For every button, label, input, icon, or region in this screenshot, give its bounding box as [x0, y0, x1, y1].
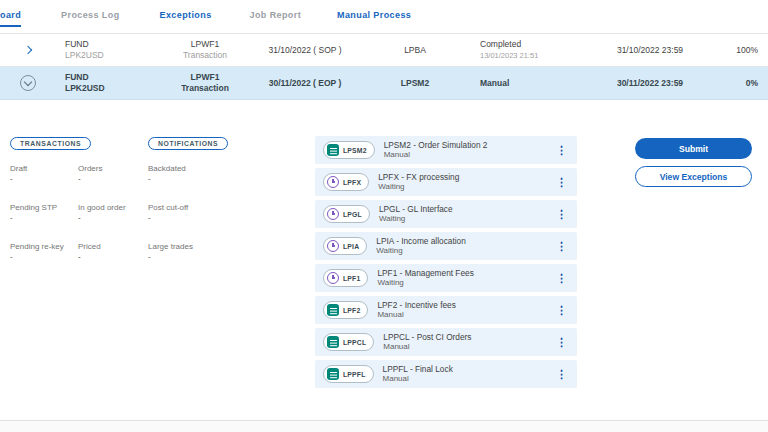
tab-process-log[interactable]: Process Log: [61, 1, 119, 27]
step-status: Manual: [384, 150, 554, 161]
table-row[interactable]: FUND LPK2USD LPWF1 Transaction 31/10/202…: [0, 34, 768, 67]
progress-percent: 100%: [736, 45, 758, 56]
status-text: Completed: [480, 39, 521, 50]
step-code: LPSM2: [343, 147, 367, 154]
deadline: 31/10/2022 23:59: [617, 45, 683, 56]
kebab-menu-icon[interactable]: ⋮: [554, 273, 569, 284]
step-title: LPIA - Income allocation: [376, 236, 554, 247]
step-code-badge: LPIA: [323, 237, 367, 255]
process-step-row[interactable]: LPFX LPFX - FX processing Waiting ⋮: [315, 168, 577, 196]
process-step-row[interactable]: LPSM2 LPSM2 - Order Simulation 2 Manual …: [315, 136, 577, 164]
process-step-row[interactable]: LPF2 LPF2 - Incentive fees Manual ⋮: [315, 296, 577, 324]
step-code-badge: LPGL: [323, 205, 370, 223]
step-code-badge: LPPFL: [323, 365, 374, 383]
stat-item: Draft -: [10, 164, 78, 184]
process-dashboard-page: oard Process Log Exceptions Job Report M…: [0, 0, 768, 432]
kebab-menu-icon[interactable]: ⋮: [554, 337, 569, 348]
list-icon: [327, 336, 339, 348]
stat-label: Backdated: [148, 164, 216, 174]
process-name: LPWF1: [191, 39, 219, 50]
step-status: Waiting: [378, 182, 554, 193]
stat-value: -: [10, 252, 78, 262]
status-text: Manual: [480, 78, 509, 89]
kebab-menu-icon[interactable]: ⋮: [554, 209, 569, 220]
step-code: LPF2: [343, 307, 360, 314]
stat-label: In good order: [78, 203, 146, 213]
process-step-row[interactable]: LPPFL LPPFL - Final Lock Manual ⋮: [315, 360, 577, 388]
step-title: LPPFL - Final Lock: [383, 364, 554, 375]
status-timestamp: 13/01/2023 21:51: [480, 50, 538, 61]
step-code: LPPCL: [343, 339, 366, 346]
clock-icon: [327, 208, 339, 220]
stat-label: Pending STP: [10, 203, 78, 213]
transactions-section: TRANSACTIONS Draft - Orders - Pending ST…: [10, 132, 146, 262]
stat-label: Priced: [78, 242, 146, 252]
submit-button[interactable]: Submit: [635, 138, 752, 159]
stat-value: -: [148, 252, 216, 262]
step-code: LPFX: [343, 179, 361, 186]
step-status: Waiting: [376, 246, 554, 257]
action-buttons: Submit View Exceptions: [635, 138, 752, 187]
tab-exceptions[interactable]: Exceptions: [160, 1, 212, 27]
step-code: LPPFL: [343, 371, 366, 378]
stat-item: Large trades -: [148, 242, 216, 262]
process-step-row[interactable]: LPGL LPGL - GL Interface Waiting ⋮: [315, 200, 577, 228]
clock-icon: [327, 272, 339, 284]
view-exceptions-button[interactable]: View Exceptions: [635, 166, 752, 187]
top-tab-bar: oard Process Log Exceptions Job Report M…: [0, 0, 768, 27]
stat-label: Pending re-key: [10, 242, 78, 252]
step-title: LPGL - GL Interface: [379, 204, 554, 215]
process-type: Transaction: [183, 50, 227, 61]
stat-value: -: [148, 213, 216, 223]
stat-item: Post cut-off -: [148, 203, 216, 223]
stat-value: -: [78, 174, 146, 184]
expand-chevron-icon[interactable]: [0, 34, 55, 66]
stat-item: Pending STP -: [10, 203, 78, 223]
kebab-menu-icon[interactable]: ⋮: [554, 305, 569, 316]
step-code: LPGL: [343, 211, 362, 218]
transactions-section-title: TRANSACTIONS: [10, 137, 91, 150]
tab-dashboard[interactable]: oard: [0, 1, 21, 27]
notifications-stats: Backdated - Post cut-off - Large trades …: [148, 164, 228, 262]
stat-value: -: [148, 174, 216, 184]
step-code: LPF1: [343, 275, 360, 282]
step-status: Manual: [383, 374, 554, 385]
fund-name: FUND: [65, 72, 89, 83]
kebab-menu-icon[interactable]: ⋮: [554, 145, 569, 156]
kebab-menu-icon[interactable]: ⋮: [554, 177, 569, 188]
table-row-clipped: [0, 27, 768, 34]
step-title: LPPCL - Post CI Orders: [383, 332, 554, 343]
clock-icon: [327, 240, 339, 252]
table-row-selected[interactable]: FUND LPK2USD LPWF1 Transaction 30/11/202…: [0, 67, 768, 100]
current-step: LPBA: [404, 45, 426, 56]
stat-label: Large trades: [148, 242, 216, 252]
stat-item: In good order -: [78, 203, 146, 223]
list-icon: [327, 144, 339, 156]
process-name: LPWF1: [191, 72, 220, 83]
list-icon: [327, 304, 339, 316]
stat-label: Orders: [78, 164, 146, 174]
step-code-badge: LPF1: [323, 269, 368, 287]
fund-code: LPK2USD: [65, 83, 105, 94]
list-icon: [327, 368, 339, 380]
process-step-row[interactable]: LPPCL LPPCL - Post CI Orders Manual ⋮: [315, 328, 577, 356]
stat-value: -: [10, 213, 78, 223]
deadline: 30/11/2022 23:59: [617, 78, 683, 89]
process-table: FUND LPK2USD LPWF1 Transaction 31/10/202…: [0, 27, 768, 100]
process-date: 30/11/2022 ( EOP ): [269, 78, 342, 89]
tab-job-report[interactable]: Job Report: [250, 1, 302, 27]
stat-value: -: [78, 252, 146, 262]
kebab-menu-icon[interactable]: ⋮: [554, 369, 569, 380]
step-title: LPF2 - Incentive fees: [377, 300, 554, 311]
step-status: Waiting: [377, 278, 554, 289]
tab-manual-process[interactable]: Manual Process: [337, 1, 411, 27]
step-title: LPFX - FX processing: [378, 172, 554, 183]
notifications-section: NOTIFICATIONS Backdated - Post cut-off -…: [148, 132, 228, 262]
step-status: Waiting: [379, 214, 554, 225]
process-step-row[interactable]: LPF1 LPF1 - Management Fees Waiting ⋮: [315, 264, 577, 292]
process-step-row[interactable]: LPIA LPIA - Income allocation Waiting ⋮: [315, 232, 577, 260]
collapse-chevron-icon[interactable]: [0, 67, 55, 99]
kebab-menu-icon[interactable]: ⋮: [554, 241, 569, 252]
step-title: LPF1 - Management Fees: [377, 268, 554, 279]
current-step: LPSM2: [401, 78, 429, 89]
